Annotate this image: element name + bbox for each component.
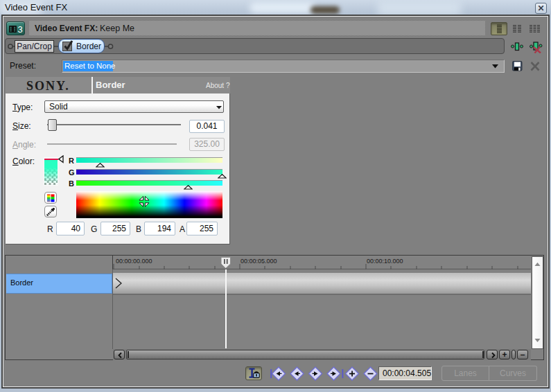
- svg-text:3: 3: [17, 24, 22, 35]
